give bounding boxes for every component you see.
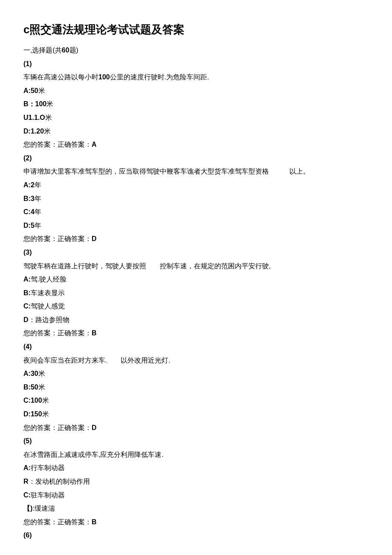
correct-answer: D <box>92 424 97 431</box>
option-c: C:驾驶人感觉 <box>23 300 369 313</box>
option-label: D:1.20 <box>23 128 44 135</box>
option-a: A:2年 <box>23 179 369 192</box>
option-d: 【):缓速湍 <box>23 502 369 515</box>
option-d: D:5年 <box>23 219 369 232</box>
option-label: C: <box>23 491 31 499</box>
option-d: D:150米 <box>23 408 369 421</box>
question-text: 车辆在高速公路以每小时100公里的速度行驶时.为危险车间距. <box>23 71 369 84</box>
question-number: (6) <box>23 529 369 542</box>
option-suffix: 米 <box>38 370 45 377</box>
option-suffix: :缓速湍 <box>32 505 55 512</box>
answer-label: 您的答案：正确答案： <box>23 329 92 337</box>
option-suffix: 年 <box>35 222 41 229</box>
option-label: A:30 <box>23 370 38 377</box>
option-suffix: 年 <box>35 208 41 215</box>
answer-line: 您的答案：正确答案：D <box>23 421 369 434</box>
option-suffix: ：发动机的制动作用 <box>29 478 90 485</box>
option-label: C: <box>23 302 31 310</box>
answer-label: 您的答案：正确答案： <box>23 235 92 242</box>
answer-label: 您的答案：正确答案： <box>23 518 92 526</box>
option-suffix: 米 <box>42 410 49 418</box>
option-a: A:驾.驶人经脸 <box>23 273 369 286</box>
option-suffix: 驾.驶人经脸 <box>31 276 66 283</box>
question-number: (2) <box>23 152 369 165</box>
option-label: A: <box>23 276 31 283</box>
answer-label: 您的答案：正确答案： <box>23 141 92 148</box>
option-c: C:100米 <box>23 394 369 407</box>
option-d: D:1.20米 <box>23 125 369 138</box>
option-label: B: <box>23 289 31 296</box>
option-b: B:车速表显示 <box>23 287 369 299</box>
option-label: D:5 <box>23 222 35 229</box>
option-label: A: <box>23 464 31 471</box>
option-label: A:50 <box>23 87 38 94</box>
correct-answer: D <box>92 235 97 242</box>
correct-answer: B <box>92 518 97 526</box>
section-suffix: 题) <box>69 46 78 54</box>
option-c: C:驻车制动器 <box>23 489 369 502</box>
question-number: (3) <box>23 246 369 259</box>
correct-answer: A <box>92 141 97 148</box>
option-label: U1.1.O <box>23 114 45 121</box>
option-label: R <box>23 478 29 485</box>
q-text-bold: 100 <box>98 73 110 81</box>
question-text: 在冰雪路面上减速或停车,应充分利用降低车速. <box>23 448 369 461</box>
page-title: c照交通法规理论考试试题及答案 <box>23 21 369 38</box>
option-suffix: 年 <box>35 181 41 189</box>
section-prefix: 一,选择题(共 <box>23 46 62 54</box>
option-b: B:3年 <box>23 192 369 205</box>
question-text: 夜间会车应当在距对方来车. 以外改用近光灯. <box>23 354 369 367</box>
option-d: D：路边参照物 <box>23 314 369 326</box>
answer-line: 您的答案：正确答案：B <box>23 327 369 340</box>
option-suffix: 行车制动器 <box>31 464 65 471</box>
option-label: B：100 <box>23 100 46 108</box>
option-a: A:50米 <box>23 84 369 97</box>
option-c: C:4年 <box>23 206 369 218</box>
option-suffix: 驾驶人感觉 <box>31 302 65 310</box>
answer-label: 您的答案：正确答案： <box>23 424 92 431</box>
option-label: 【) <box>23 505 32 512</box>
section-intro: 一,选择题(共60题) <box>23 44 369 57</box>
option-label: D <box>23 316 29 323</box>
answer-line: 您的答案：正确答案：D <box>23 232 369 245</box>
option-label: B:3 <box>23 195 35 202</box>
q-text-prefix: 车辆在高速公路以每小时 <box>23 73 98 81</box>
question-number: (4) <box>23 340 369 353</box>
question-number: (5) <box>23 435 369 447</box>
option-label: B:50 <box>23 384 38 391</box>
option-suffix: 米 <box>42 397 49 404</box>
correct-answer: B <box>92 329 97 337</box>
option-suffix: 车速表显示 <box>31 289 65 296</box>
option-suffix: 驻车制动器 <box>31 491 65 499</box>
question-text: 申请增加大里客车准驾车型的，应当取得驾驶中鞭客车谯者大型货车准驾车型资格 以上。 <box>23 165 369 178</box>
option-label: A:2 <box>23 181 35 189</box>
option-suffix: ：路边参照物 <box>29 316 69 323</box>
option-c: U1.1.O米 <box>23 111 369 124</box>
question-text: 驾驶车柄在道路上行驶时，驾驶人要按照 控制车速，在规定的范困内平安行驶, <box>23 260 369 273</box>
question-number: (1) <box>23 58 369 70</box>
option-label: C:100 <box>23 397 42 404</box>
option-suffix: 年 <box>35 195 41 202</box>
option-suffix: 米 <box>46 100 53 108</box>
option-a: A:30米 <box>23 367 369 380</box>
q-text-suffix: 公里的速度行驶时.为危险车间距. <box>110 73 209 81</box>
option-suffix: 米 <box>45 114 52 121</box>
option-suffix: 米 <box>44 128 51 135</box>
option-a: A:行车制动器 <box>23 462 369 474</box>
option-label: D:150 <box>23 410 42 418</box>
option-b: R：发动机的制动作用 <box>23 475 369 488</box>
section-count: 60 <box>62 46 69 54</box>
option-suffix: 米 <box>38 87 45 94</box>
option-b: B：100米 <box>23 98 369 110</box>
answer-line: 您的答案：正确答案：A <box>23 138 369 151</box>
option-suffix: 米 <box>38 384 45 391</box>
option-b: B:50米 <box>23 381 369 394</box>
option-label: C:4 <box>23 208 35 215</box>
answer-line: 您的答案：正确答案：B <box>23 516 369 529</box>
